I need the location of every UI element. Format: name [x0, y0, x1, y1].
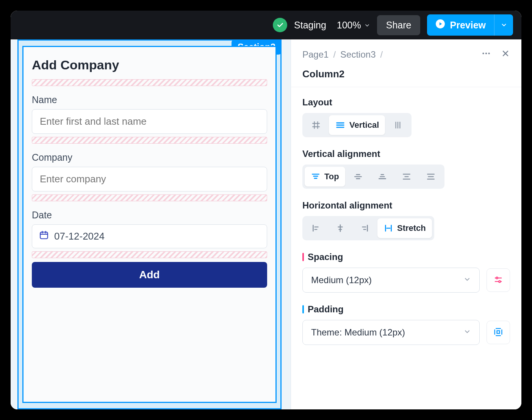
company-label: Company [32, 152, 267, 163]
spacing-indicator [32, 137, 267, 144]
vertical-lines-icon [335, 120, 346, 130]
more-icon[interactable] [481, 49, 491, 61]
properties-panel: Page1 / Section3 / Colu [291, 39, 521, 409]
halign-stretch-label: Stretch [397, 223, 426, 233]
padding-box-icon [493, 327, 504, 339]
align-stretch-h-icon [383, 223, 393, 233]
close-icon[interactable] [501, 49, 510, 60]
form-title: Add Company [32, 58, 267, 72]
layout-option-vertical[interactable]: Vertical [329, 115, 385, 135]
breadcrumb-separator-icon: / [380, 49, 383, 60]
chevron-down-icon [463, 275, 471, 285]
valign-bottom[interactable] [371, 167, 394, 186]
align-left-icon [311, 223, 321, 233]
spacing-advanced-button[interactable] [487, 268, 510, 292]
selected-column-outline[interactable]: Add Company Name Company [22, 46, 277, 403]
canvas-pane[interactable]: Section3 Add Company Name Company [11, 39, 291, 409]
spacing-select[interactable]: Medium (12px) [302, 268, 480, 293]
selected-section-outline[interactable]: Section3 Add Company Name Company [17, 39, 282, 409]
play-icon [435, 19, 445, 31]
spacing-indicator [32, 251, 267, 258]
company-input[interactable] [32, 167, 267, 191]
halign-center[interactable] [329, 218, 352, 238]
name-input[interactable] [32, 109, 267, 134]
panel-current-element: Column2 [302, 68, 510, 80]
halign-right[interactable] [353, 218, 376, 238]
columns-icon [393, 120, 403, 130]
align-right-icon [360, 223, 369, 233]
spacing-group: Spacing Medium (12px) [302, 252, 510, 293]
svg-point-2 [482, 53, 484, 54]
environment-label: Staging [294, 20, 326, 31]
spacing-indicator-icon [302, 253, 304, 261]
align-top-icon [311, 172, 321, 182]
status-ok-icon [273, 18, 287, 32]
preview-button[interactable]: Preview [427, 14, 494, 36]
layout-option-columns[interactable] [386, 115, 409, 135]
halign-group: Horizontal alignment [302, 200, 510, 240]
layout-option-grid[interactable] [305, 115, 327, 135]
align-center-h-icon [335, 223, 345, 233]
svg-rect-1 [40, 232, 48, 238]
layout-segmented: Vertical [302, 113, 412, 137]
date-input[interactable]: 07-12-2024 [32, 224, 267, 248]
name-label: Name [32, 94, 267, 105]
zoom-dropdown[interactable]: 100% [337, 20, 370, 31]
align-space-between-icon [402, 172, 412, 182]
grid-icon [311, 120, 321, 130]
padding-indicator-icon [302, 305, 304, 313]
valign-middle[interactable] [347, 167, 369, 186]
valign-top-label: Top [324, 172, 339, 182]
date-label: Date [32, 210, 267, 221]
spacing-value: Medium (12px) [311, 275, 372, 285]
svg-rect-7 [497, 331, 500, 333]
align-stretch-v-icon [426, 172, 436, 182]
halign-stretch[interactable]: Stretch [377, 218, 432, 238]
spacing-label: Spacing [302, 252, 510, 262]
date-value: 07-12-2024 [54, 230, 105, 242]
padding-select[interactable]: Theme: Medium (12px) [302, 320, 480, 345]
svg-point-5 [496, 277, 498, 279]
padding-group: Padding Theme: Medium (12px) [302, 304, 510, 345]
chevron-down-icon [364, 20, 370, 31]
valign-space-between[interactable] [395, 167, 418, 186]
align-middle-icon [353, 172, 363, 182]
layout-label: Layout [302, 97, 510, 108]
align-bottom-icon [377, 172, 387, 182]
breadcrumb-separator-icon: / [333, 49, 336, 60]
zoom-value: 100% [337, 20, 361, 31]
valign-group: Vertical alignment Top [302, 149, 510, 189]
valign-label: Vertical alignment [302, 149, 510, 159]
valign-stretch[interactable] [419, 167, 442, 186]
chevron-down-icon [463, 327, 471, 338]
svg-point-4 [488, 53, 490, 54]
add-button[interactable]: Add [32, 262, 267, 288]
preview-dropdown-button[interactable] [494, 14, 513, 36]
share-button[interactable]: Share [377, 15, 421, 35]
breadcrumb: Page1 / Section3 / [302, 49, 510, 61]
top-toolbar: Staging 100% Share Preview [11, 11, 521, 39]
layout-group: Layout Vertical [302, 97, 510, 137]
spacing-indicator [32, 194, 267, 201]
sliders-icon [493, 274, 504, 286]
padding-advanced-button[interactable] [487, 321, 510, 344]
breadcrumb-page[interactable]: Page1 [302, 49, 329, 60]
valign-top[interactable]: Top [305, 167, 345, 186]
layout-option-vertical-label: Vertical [349, 120, 379, 130]
svg-point-3 [485, 53, 487, 54]
halign-segmented: Stretch [302, 216, 434, 240]
preview-label: Preview [450, 20, 486, 31]
svg-point-6 [499, 281, 501, 282]
breadcrumb-section[interactable]: Section3 [340, 49, 376, 60]
padding-value: Theme: Medium (12px) [311, 327, 405, 338]
valign-segmented: Top [302, 165, 444, 189]
halign-label: Horizontal alignment [302, 200, 510, 211]
spacing-indicator [32, 79, 267, 86]
calendar-icon [39, 230, 49, 243]
padding-label: Padding [302, 304, 510, 315]
halign-left[interactable] [305, 218, 327, 238]
